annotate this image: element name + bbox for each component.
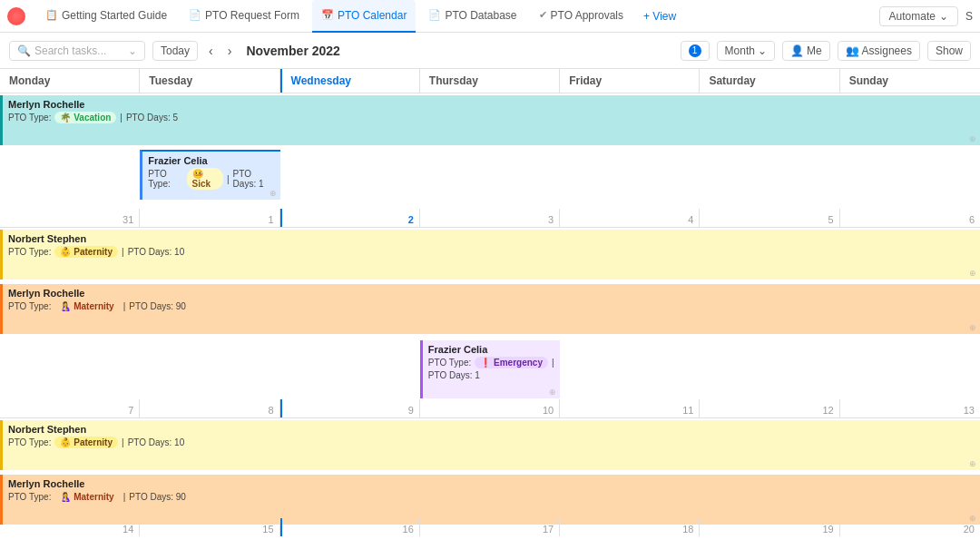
filter-button[interactable]: 1 — [681, 41, 710, 61]
date-16: 16 — [280, 518, 420, 536]
day-header-monday: Monday — [0, 69, 140, 93]
week2-dates: 7 8 9 10 11 12 13 — [0, 399, 980, 417]
day-header-saturday: Saturday — [700, 69, 839, 93]
search-box[interactable]: 🔍 Search tasks... ⌄ — [9, 41, 145, 61]
day-header-friday: Friday — [560, 69, 700, 93]
resize-handle[interactable]: ⊕ — [969, 134, 976, 143]
pto-request-icon: 📄 — [189, 9, 201, 21]
resize-handle[interactable]: ⊕ — [969, 323, 976, 332]
add-view-button[interactable]: + View — [636, 6, 683, 26]
search-dropdown-icon: ⌄ — [128, 44, 137, 57]
toolbar: 🔍 Search tasks... ⌄ Today ‹ › November 2… — [0, 33, 980, 69]
resize-handle[interactable]: ⊕ — [549, 388, 556, 397]
filter-badge: 1 — [689, 44, 701, 57]
prev-button[interactable]: ‹ — [205, 42, 217, 60]
date-9: 9 — [280, 399, 420, 417]
automate-chevron-icon: ⌄ — [939, 10, 948, 23]
resize-handle[interactable]: ⊕ — [969, 459, 976, 468]
event-name: Merlyn Rochelle — [8, 288, 975, 299]
week-row-1: Merlyn Rochelle PTO Type: 🌴 Vacation | P… — [0, 93, 980, 228]
tab-getting-started-label: Getting Started Guide — [62, 9, 167, 22]
date-19: 19 — [700, 518, 839, 536]
top-nav: 📋 Getting Started Guide 📄 PTO Request Fo… — [0, 0, 980, 33]
assignees-label: Assignees — [862, 44, 912, 57]
app-logo — [7, 7, 25, 25]
more-icon: S — [965, 10, 973, 23]
event-name: Norbert Stephen — [8, 233, 975, 244]
maternity-badge: 🤱 Maternity — [54, 300, 119, 312]
date-15: 15 — [140, 518, 279, 536]
event-merlyn-maternity-w2[interactable]: Merlyn Rochelle PTO Type: 🤱 Maternity | … — [0, 284, 980, 334]
tab-pto-approvals-label: PTO Approvals — [551, 9, 623, 22]
tab-pto-database[interactable]: 📄 PTO Database — [419, 0, 525, 33]
tab-pto-request-label: PTO Request Form — [205, 9, 299, 22]
week3-dates: 14 15 16 17 18 19 20 — [0, 518, 980, 536]
day-header-thursday: Thursday — [420, 69, 560, 93]
tab-pto-approvals[interactable]: ✔ PTO Approvals — [530, 0, 632, 33]
automate-button[interactable]: Automate ⌄ — [879, 6, 958, 26]
date-12: 12 — [700, 399, 839, 417]
day-header-sunday: Sunday — [840, 69, 980, 93]
week1-dates: 31 1 2 3 4 5 6 — [0, 209, 980, 227]
maternity-badge: 🤱 Maternity — [54, 491, 119, 503]
event-detail: PTO Type: 👶 Paternity | PTO Days: 10 — [8, 437, 975, 448]
today-button[interactable]: Today — [152, 41, 198, 61]
event-detail: PTO Type: 👶 Paternity | PTO Days: 10 — [8, 246, 975, 258]
vacation-badge: 🌴 Vacation — [54, 112, 116, 123]
resize-handle[interactable]: ⊕ — [270, 189, 277, 198]
month-chevron-icon: ⌄ — [758, 44, 767, 57]
next-button[interactable]: › — [224, 42, 236, 60]
event-detail: PTO Type: 🌴 Vacation | PTO Days: 5 — [8, 112, 975, 123]
sick-badge: 🤒 Sick — [187, 168, 223, 190]
calendar-body: Merlyn Rochelle PTO Type: 🌴 Vacation | P… — [0, 93, 980, 540]
tab-pto-calendar-label: PTO Calendar — [338, 9, 407, 22]
paternity-badge: 👶 Paternity — [54, 246, 118, 258]
event-norbert-paternity-w3[interactable]: Norbert Stephen PTO Type: 👶 Paternity | … — [0, 420, 980, 470]
nav-right: Automate ⌄ S — [879, 6, 973, 26]
event-merlyn-vacation[interactable]: Merlyn Rochelle PTO Type: 🌴 Vacation | P… — [0, 95, 980, 145]
day-header-tuesday: Tuesday — [140, 69, 279, 93]
show-button[interactable]: Show — [927, 41, 971, 61]
date-1: 1 — [140, 209, 279, 227]
date-4: 4 — [560, 209, 700, 227]
me-button[interactable]: 👤 Me — [782, 41, 830, 61]
assignees-icon: 👥 — [846, 44, 859, 57]
tab-pto-database-label: PTO Database — [445, 9, 516, 22]
date-8: 8 — [140, 399, 279, 417]
event-frazier-sick[interactable]: Frazier Celia PTO Type: 🤒 Sick | PTO Day… — [140, 150, 279, 200]
assignees-button[interactable]: 👥 Assignees — [838, 41, 920, 61]
month-label: Month — [725, 44, 755, 57]
me-label: Me — [807, 44, 822, 57]
date-14: 14 — [0, 518, 140, 536]
search-icon: 🔍 — [17, 44, 31, 57]
event-name: Frazier Celia — [148, 155, 274, 166]
search-input-placeholder: Search tasks... — [34, 44, 106, 57]
tab-pto-calendar[interactable]: 📅 PTO Calendar — [312, 0, 416, 33]
date-3: 3 — [420, 209, 560, 227]
getting-started-icon: 📋 — [45, 9, 58, 21]
event-frazier-emergency[interactable]: Frazier Celia PTO Type: ❗ Emergency | PT… — [420, 340, 560, 398]
event-name: Merlyn Rochelle — [8, 99, 975, 110]
date-7: 7 — [0, 399, 140, 417]
event-norbert-paternity-w2[interactable]: Norbert Stephen PTO Type: 👶 Paternity | … — [0, 230, 980, 280]
calendar: Monday Tuesday Wednesday Thursday Friday… — [0, 69, 980, 540]
date-13: 13 — [840, 399, 980, 417]
event-detail: PTO Type: 🤱 Maternity | PTO Days: 90 — [8, 300, 975, 312]
tab-pto-request[interactable]: 📄 PTO Request Form — [180, 0, 309, 33]
event-name: Norbert Stephen — [8, 424, 975, 435]
resize-handle[interactable]: ⊕ — [969, 269, 976, 278]
person-icon: 👤 — [790, 44, 804, 57]
paternity-badge: 👶 Paternity — [54, 437, 118, 448]
tab-getting-started[interactable]: 📋 Getting Started Guide — [36, 0, 176, 33]
event-name: Merlyn Rochelle — [8, 478, 975, 489]
date-17: 17 — [420, 518, 560, 536]
week-row-3: Norbert Stephen PTO Type: 👶 Paternity | … — [0, 418, 980, 536]
show-label: Show — [936, 44, 963, 57]
pto-database-icon: 📄 — [428, 9, 441, 21]
month-button[interactable]: Month ⌄ — [717, 41, 775, 61]
automate-label: Automate — [889, 10, 936, 23]
week-row-2: Norbert Stephen PTO Type: 👶 Paternity | … — [0, 228, 980, 418]
event-merlyn-maternity-w3[interactable]: Merlyn Rochelle PTO Type: 🤱 Maternity | … — [0, 475, 980, 525]
date-11: 11 — [560, 399, 700, 417]
event-detail: PTO Type: 🤒 Sick | PTO Days: 1 — [148, 168, 274, 190]
